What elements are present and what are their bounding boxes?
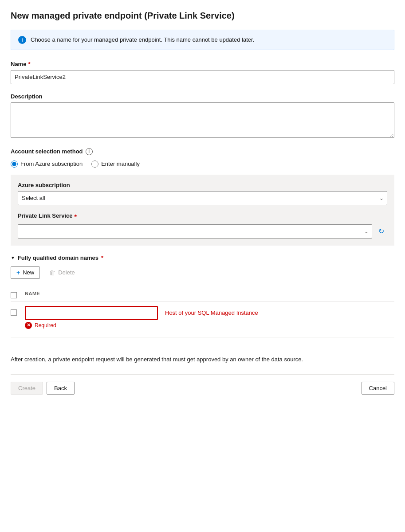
info-banner-text: Choose a name for your managed private e… xyxy=(31,35,254,44)
private-link-service-group: Private Link Service * ⌄ ↻ xyxy=(18,212,387,239)
radio-from-azure-label: From Azure subscription xyxy=(20,160,83,167)
description-label: Description xyxy=(11,93,394,100)
radio-enter-manually-label: Enter manually xyxy=(101,160,140,167)
footer-note: After creation, a private endpoint reque… xyxy=(11,355,394,364)
refresh-button[interactable]: ↻ xyxy=(375,225,387,238)
name-input-row: Host of your SQL Managed Instance xyxy=(25,306,394,320)
delete-button[interactable]: 🗑 Delete xyxy=(43,266,81,279)
fqdn-required-star: * xyxy=(101,254,103,261)
private-link-service-select[interactable] xyxy=(18,224,372,239)
account-selection-label: Account selection method i xyxy=(11,148,394,155)
table-divider xyxy=(11,337,394,337)
radio-enter-manually-input[interactable] xyxy=(91,160,98,168)
back-button[interactable]: Back xyxy=(47,382,75,395)
radio-from-azure[interactable]: From Azure subscription xyxy=(11,160,83,168)
table-column-name: NAME xyxy=(25,291,394,296)
action-left: Create Back xyxy=(11,382,75,395)
trash-icon: 🗑 xyxy=(49,269,55,276)
page-title: New managed private endpoint (Private Li… xyxy=(11,11,394,21)
description-field-group: Description xyxy=(11,93,394,139)
cancel-button[interactable]: Cancel xyxy=(362,382,394,395)
error-text: Required xyxy=(35,322,56,329)
row-name-cell: Host of your SQL Managed Instance ✕ Requ… xyxy=(25,306,394,329)
error-icon: ✕ xyxy=(25,322,32,329)
fqdn-table: NAME Host of your SQL Managed Instance ✕… xyxy=(11,286,394,337)
table-header-row: NAME xyxy=(11,286,394,301)
fqdn-toolbar: + New 🗑 Delete xyxy=(11,266,394,279)
table-row: Host of your SQL Managed Instance ✕ Requ… xyxy=(11,303,394,332)
radio-enter-manually[interactable]: Enter manually xyxy=(91,160,140,168)
azure-subscription-select[interactable]: Select all xyxy=(18,191,387,205)
private-link-dropdown-wrap: ⌄ xyxy=(18,224,372,239)
radio-from-azure-input[interactable] xyxy=(11,160,18,168)
row-checkbox[interactable] xyxy=(11,309,17,316)
name-field-group: Name * xyxy=(11,61,394,84)
name-label: Name * xyxy=(11,61,394,67)
name-input[interactable] xyxy=(11,70,394,84)
table-header-checkbox-col xyxy=(11,289,20,298)
account-selection-group: Account selection method i From Azure su… xyxy=(11,148,394,246)
fqdn-section: ▼ Fully qualified domain names * + New 🗑… xyxy=(11,254,394,337)
new-button-label: New xyxy=(23,269,34,276)
info-banner: i Choose a name for your managed private… xyxy=(11,30,394,50)
fqdn-collapse-icon: ▼ xyxy=(11,255,15,260)
fqdn-name-input[interactable] xyxy=(25,306,158,320)
private-link-row: ⌄ ↻ xyxy=(18,224,387,239)
azure-subscription-dropdown-container: Select all ⌄ xyxy=(18,191,387,205)
create-button[interactable]: Create xyxy=(11,382,43,395)
action-bar: Create Back Cancel xyxy=(11,374,394,395)
private-link-dropdown-container: ⌄ xyxy=(18,224,372,239)
new-button[interactable]: + New xyxy=(11,266,40,279)
private-link-service-label: Private Link Service xyxy=(18,212,73,219)
subscription-panel: Azure subscription Select all ⌄ Private … xyxy=(11,175,394,246)
private-link-label-row: Private Link Service * xyxy=(18,212,387,222)
fqdn-header[interactable]: ▼ Fully qualified domain names * xyxy=(11,254,394,261)
row-checkbox-col xyxy=(11,306,20,316)
error-row: ✕ Required xyxy=(25,322,394,329)
info-icon: i xyxy=(18,36,26,44)
host-hint-text: Host of your SQL Managed Instance xyxy=(165,309,258,316)
fqdn-label: Fully qualified domain names xyxy=(18,254,98,261)
azure-subscription-group: Azure subscription Select all ⌄ xyxy=(18,182,387,205)
private-link-required-star: * xyxy=(75,213,77,220)
delete-button-label: Delete xyxy=(58,269,75,276)
radio-group: From Azure subscription Enter manually xyxy=(11,160,394,168)
description-input[interactable] xyxy=(11,102,394,138)
name-required-star: * xyxy=(28,61,30,67)
account-selection-info-icon[interactable]: i xyxy=(86,148,93,155)
plus-icon: + xyxy=(16,269,20,276)
table-header-checkbox[interactable] xyxy=(11,292,17,298)
azure-subscription-label: Azure subscription xyxy=(18,182,387,188)
